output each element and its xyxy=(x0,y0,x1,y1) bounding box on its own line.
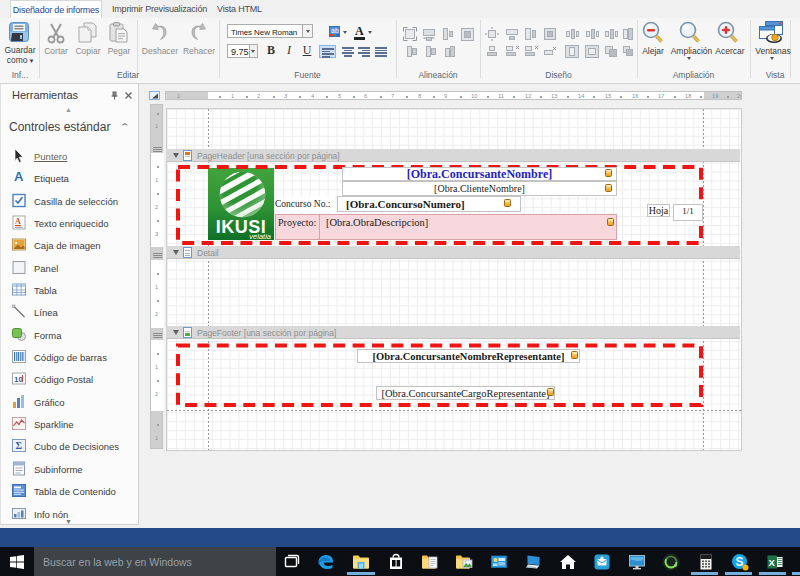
svg-text:A: A xyxy=(15,217,21,226)
svg-text:X: X xyxy=(769,557,776,568)
svg-text:Σ: Σ xyxy=(15,440,22,451)
svg-text:S: S xyxy=(736,555,744,569)
